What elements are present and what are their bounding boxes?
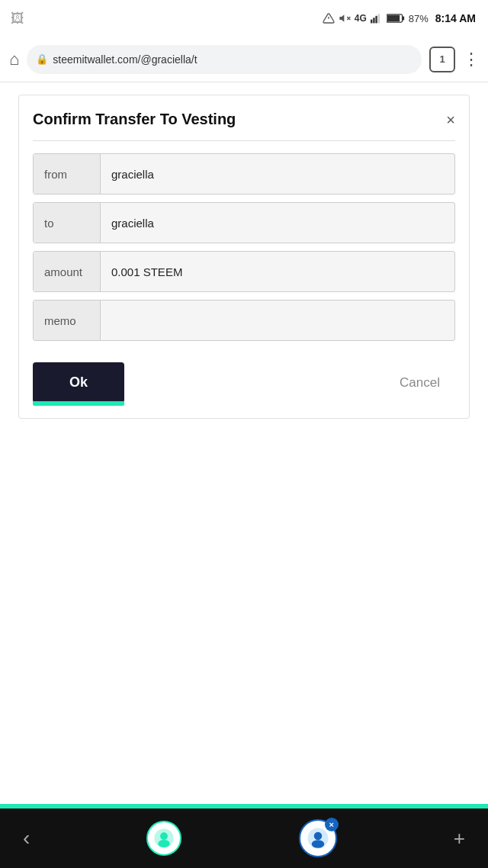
status-bar: 🖼 4G 87% 8:14 AM xyxy=(0,0,488,37)
battery-icon xyxy=(387,13,405,24)
dialog-header: Confirm Transfer To Vesting × xyxy=(33,111,455,128)
svg-rect-9 xyxy=(402,16,404,20)
network-label: 4G xyxy=(355,13,367,24)
dialog-container: Confirm Transfer To Vesting × from graci… xyxy=(0,82,488,431)
cancel-button[interactable]: Cancel xyxy=(384,363,455,403)
bottom-nav: ‹ × + xyxy=(0,809,488,868)
svg-rect-7 xyxy=(377,14,379,23)
from-value: graciella xyxy=(101,157,454,191)
svg-rect-6 xyxy=(375,16,377,24)
address-bar[interactable]: 🔒 steemitwallet.com/@graciella/t xyxy=(27,45,422,74)
button-row: Ok Cancel xyxy=(33,362,455,403)
svg-point-15 xyxy=(313,832,322,841)
svg-point-12 xyxy=(161,832,169,840)
alert-icon xyxy=(323,12,335,24)
to-label: to xyxy=(34,203,101,243)
memo-row: memo xyxy=(33,300,455,341)
svg-point-13 xyxy=(159,840,170,847)
from-label: from xyxy=(34,154,101,194)
steem-icon-right xyxy=(307,827,329,850)
memo-label: memo xyxy=(34,301,101,340)
dialog-title: Confirm Transfer To Vesting xyxy=(33,111,236,128)
ok-button[interactable]: Ok xyxy=(33,362,124,403)
status-icons: 4G 87% 8:14 AM xyxy=(323,12,476,24)
nav-plus-button[interactable]: + xyxy=(454,827,465,850)
to-row: to graciella xyxy=(33,202,455,243)
image-icon: 🖼 xyxy=(11,11,24,27)
svg-point-16 xyxy=(311,840,324,848)
to-value: graciella xyxy=(101,206,454,240)
battery-percent: 87% xyxy=(409,13,429,24)
memo-value[interactable] xyxy=(101,310,454,331)
tab-count-button[interactable]: 1 xyxy=(429,47,455,72)
signal-icon xyxy=(371,13,383,24)
svg-rect-4 xyxy=(371,20,372,24)
amount-value: 0.001 STEEM xyxy=(101,255,454,289)
close-button[interactable]: × xyxy=(446,112,455,127)
nav-icon-left[interactable] xyxy=(146,821,181,856)
svg-rect-5 xyxy=(373,18,374,23)
dialog: Confirm Transfer To Vesting × from graci… xyxy=(18,95,470,419)
lock-icon: 🔒 xyxy=(36,53,48,65)
amount-label: amount xyxy=(34,252,101,291)
url-text: steemitwallet.com/@graciella/t xyxy=(53,53,413,66)
nav-close-badge[interactable]: × xyxy=(325,818,339,831)
amount-row: amount 0.001 STEEM xyxy=(33,251,455,292)
mute-icon xyxy=(339,12,351,24)
nav-icon-right[interactable]: × xyxy=(299,819,337,857)
home-icon[interactable]: ⌂ xyxy=(9,50,19,69)
back-button[interactable]: ‹ xyxy=(23,826,30,850)
dialog-divider xyxy=(33,140,455,141)
steem-icon-left xyxy=(153,828,175,849)
browser-bar: ⌂ 🔒 steemitwallet.com/@graciella/t 1 ⋮ xyxy=(0,37,488,82)
browser-menu-button[interactable]: ⋮ xyxy=(463,50,479,69)
svg-rect-10 xyxy=(387,15,400,22)
from-row: from graciella xyxy=(33,153,455,194)
status-time: 8:14 AM xyxy=(435,12,476,24)
